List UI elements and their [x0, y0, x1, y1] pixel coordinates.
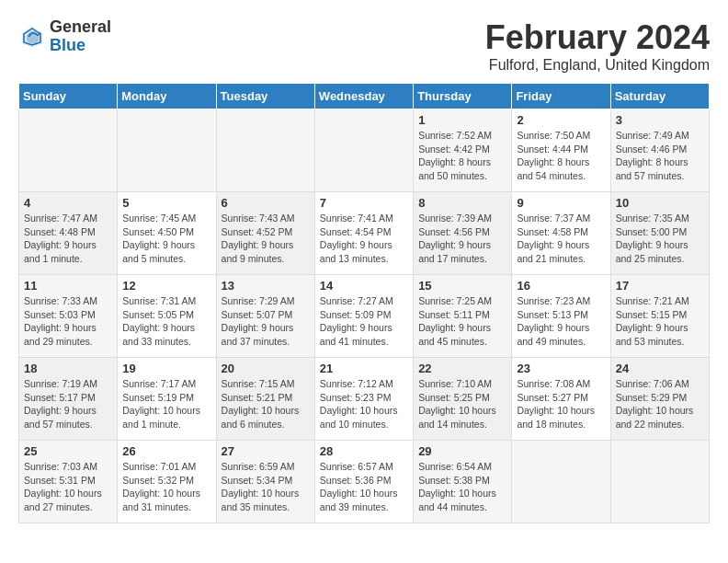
- day-number: 6: [222, 196, 310, 210]
- day-number: 9: [517, 196, 605, 210]
- day-info: Sunrise: 7:06 AM Sunset: 5:29 PM Dayligh…: [616, 377, 704, 431]
- day-cell-27: 27Sunrise: 6:59 AM Sunset: 5:34 PM Dayli…: [216, 441, 314, 523]
- week-row-3: 18Sunrise: 7:19 AM Sunset: 5:17 PM Dayli…: [19, 358, 710, 441]
- week-row-0: 1Sunrise: 7:52 AM Sunset: 4:42 PM Daylig…: [19, 109, 710, 192]
- day-cell-14: 14Sunrise: 7:27 AM Sunset: 5:09 PM Dayli…: [314, 275, 413, 358]
- day-header-saturday: Saturday: [610, 84, 709, 109]
- day-number: 25: [24, 444, 112, 458]
- day-number: 3: [616, 113, 704, 127]
- day-cell-11: 11Sunrise: 7:33 AM Sunset: 5:03 PM Dayli…: [19, 275, 118, 358]
- day-info: Sunrise: 7:43 AM Sunset: 4:52 PM Dayligh…: [222, 212, 310, 266]
- day-info: Sunrise: 7:15 AM Sunset: 5:21 PM Dayligh…: [222, 377, 310, 431]
- day-cell-22: 22Sunrise: 7:10 AM Sunset: 5:25 PM Dayli…: [414, 358, 512, 441]
- day-number: 28: [320, 444, 408, 458]
- logo-text: General Blue: [50, 18, 111, 55]
- day-number: 7: [320, 196, 408, 210]
- day-info: Sunrise: 7:17 AM Sunset: 5:19 PM Dayligh…: [122, 377, 210, 431]
- day-number: 26: [122, 444, 210, 458]
- day-info: Sunrise: 7:01 AM Sunset: 5:32 PM Dayligh…: [122, 460, 210, 514]
- week-row-4: 25Sunrise: 7:03 AM Sunset: 5:31 PM Dayli…: [19, 441, 710, 523]
- day-info: Sunrise: 7:35 AM Sunset: 5:00 PM Dayligh…: [616, 212, 704, 266]
- day-info: Sunrise: 6:59 AM Sunset: 5:34 PM Dayligh…: [222, 460, 310, 514]
- day-cell-5: 5Sunrise: 7:45 AM Sunset: 4:50 PM Daylig…: [118, 192, 216, 275]
- day-info: Sunrise: 7:52 AM Sunset: 4:42 PM Dayligh…: [418, 129, 506, 183]
- day-header-friday: Friday: [512, 84, 610, 109]
- day-cell-3: 3Sunrise: 7:49 AM Sunset: 4:46 PM Daylig…: [610, 109, 709, 192]
- day-cell-4: 4Sunrise: 7:47 AM Sunset: 4:48 PM Daylig…: [19, 192, 118, 275]
- day-header-wednesday: Wednesday: [314, 84, 413, 109]
- day-number: 23: [517, 362, 605, 375]
- day-info: Sunrise: 7:25 AM Sunset: 5:11 PM Dayligh…: [418, 294, 506, 349]
- empty-cell: [19, 109, 118, 192]
- day-number: 24: [616, 362, 704, 375]
- day-info: Sunrise: 7:27 AM Sunset: 5:09 PM Dayligh…: [320, 294, 408, 349]
- day-cell-2: 2Sunrise: 7:50 AM Sunset: 4:44 PM Daylig…: [512, 109, 610, 192]
- day-cell-12: 12Sunrise: 7:31 AM Sunset: 5:05 PM Dayli…: [118, 275, 216, 358]
- day-cell-8: 8Sunrise: 7:39 AM Sunset: 4:56 PM Daylig…: [414, 192, 512, 275]
- empty-cell: [610, 441, 709, 523]
- day-info: Sunrise: 7:49 AM Sunset: 4:46 PM Dayligh…: [616, 129, 704, 183]
- day-cell-13: 13Sunrise: 7:29 AM Sunset: 5:07 PM Dayli…: [216, 275, 314, 358]
- day-number: 12: [122, 279, 210, 293]
- day-cell-10: 10Sunrise: 7:35 AM Sunset: 5:00 PM Dayli…: [610, 192, 709, 275]
- day-info: Sunrise: 7:21 AM Sunset: 5:15 PM Dayligh…: [616, 294, 704, 349]
- day-cell-7: 7Sunrise: 7:41 AM Sunset: 4:54 PM Daylig…: [314, 192, 413, 275]
- day-info: Sunrise: 7:23 AM Sunset: 5:13 PM Dayligh…: [517, 294, 605, 349]
- day-info: Sunrise: 7:37 AM Sunset: 4:58 PM Dayligh…: [517, 212, 605, 266]
- calendar-table: SundayMondayTuesdayWednesdayThursdayFrid…: [18, 83, 710, 523]
- day-info: Sunrise: 6:54 AM Sunset: 5:38 PM Dayligh…: [418, 460, 506, 514]
- day-number: 20: [222, 362, 310, 375]
- day-info: Sunrise: 7:50 AM Sunset: 4:44 PM Dayligh…: [517, 129, 605, 183]
- day-cell-9: 9Sunrise: 7:37 AM Sunset: 4:58 PM Daylig…: [512, 192, 610, 275]
- day-info: Sunrise: 7:41 AM Sunset: 4:54 PM Dayligh…: [320, 212, 408, 266]
- day-info: Sunrise: 7:29 AM Sunset: 5:07 PM Dayligh…: [222, 294, 310, 349]
- day-info: Sunrise: 7:10 AM Sunset: 5:25 PM Dayligh…: [418, 377, 506, 431]
- day-header-tuesday: Tuesday: [216, 84, 314, 109]
- day-info: Sunrise: 7:19 AM Sunset: 5:17 PM Dayligh…: [24, 377, 112, 431]
- day-cell-16: 16Sunrise: 7:23 AM Sunset: 5:13 PM Dayli…: [512, 275, 610, 358]
- day-number: 19: [122, 362, 210, 375]
- day-info: Sunrise: 6:57 AM Sunset: 5:36 PM Dayligh…: [320, 460, 408, 514]
- empty-cell: [314, 109, 413, 192]
- day-number: 2: [517, 113, 605, 127]
- day-info: Sunrise: 7:12 AM Sunset: 5:23 PM Dayligh…: [320, 377, 408, 431]
- day-info: Sunrise: 7:39 AM Sunset: 4:56 PM Dayligh…: [418, 212, 506, 266]
- empty-cell: [512, 441, 610, 523]
- day-number: 8: [418, 196, 506, 210]
- day-number: 21: [320, 362, 408, 375]
- day-cell-19: 19Sunrise: 7:17 AM Sunset: 5:19 PM Dayli…: [118, 358, 216, 441]
- day-info: Sunrise: 7:08 AM Sunset: 5:27 PM Dayligh…: [517, 377, 605, 431]
- day-number: 14: [320, 279, 408, 293]
- week-row-1: 4Sunrise: 7:47 AM Sunset: 4:48 PM Daylig…: [19, 192, 710, 275]
- logo-general: General: [50, 18, 111, 37]
- day-number: 5: [122, 196, 210, 210]
- day-header-sunday: Sunday: [19, 84, 118, 109]
- day-number: 13: [222, 279, 310, 293]
- day-info: Sunrise: 7:03 AM Sunset: 5:31 PM Dayligh…: [24, 460, 112, 514]
- day-cell-23: 23Sunrise: 7:08 AM Sunset: 5:27 PM Dayli…: [512, 358, 610, 441]
- day-cell-25: 25Sunrise: 7:03 AM Sunset: 5:31 PM Dayli…: [19, 441, 118, 523]
- day-cell-24: 24Sunrise: 7:06 AM Sunset: 5:29 PM Dayli…: [610, 358, 709, 441]
- day-info: Sunrise: 7:47 AM Sunset: 4:48 PM Dayligh…: [24, 212, 112, 266]
- day-number: 4: [24, 196, 112, 210]
- day-cell-29: 29Sunrise: 6:54 AM Sunset: 5:38 PM Dayli…: [414, 441, 512, 523]
- empty-cell: [118, 109, 216, 192]
- logo-icon: [18, 23, 46, 51]
- day-cell-21: 21Sunrise: 7:12 AM Sunset: 5:23 PM Dayli…: [314, 358, 413, 441]
- day-cell-18: 18Sunrise: 7:19 AM Sunset: 5:17 PM Dayli…: [19, 358, 118, 441]
- week-row-2: 11Sunrise: 7:33 AM Sunset: 5:03 PM Dayli…: [19, 275, 710, 358]
- day-cell-1: 1Sunrise: 7:52 AM Sunset: 4:42 PM Daylig…: [414, 109, 512, 192]
- month-title: February 2024: [485, 18, 710, 57]
- day-number: 10: [616, 196, 704, 210]
- day-info: Sunrise: 7:31 AM Sunset: 5:05 PM Dayligh…: [122, 294, 210, 349]
- day-cell-6: 6Sunrise: 7:43 AM Sunset: 4:52 PM Daylig…: [216, 192, 314, 275]
- day-cell-17: 17Sunrise: 7:21 AM Sunset: 5:15 PM Dayli…: [610, 275, 709, 358]
- day-cell-20: 20Sunrise: 7:15 AM Sunset: 5:21 PM Dayli…: [216, 358, 314, 441]
- day-cell-26: 26Sunrise: 7:01 AM Sunset: 5:32 PM Dayli…: [118, 441, 216, 523]
- day-cell-15: 15Sunrise: 7:25 AM Sunset: 5:11 PM Dayli…: [414, 275, 512, 358]
- day-number: 1: [418, 113, 506, 127]
- logo-blue: Blue: [50, 37, 111, 55]
- day-info: Sunrise: 7:45 AM Sunset: 4:50 PM Dayligh…: [122, 212, 210, 266]
- empty-cell: [216, 109, 314, 192]
- days-header-row: SundayMondayTuesdayWednesdayThursdayFrid…: [19, 84, 710, 109]
